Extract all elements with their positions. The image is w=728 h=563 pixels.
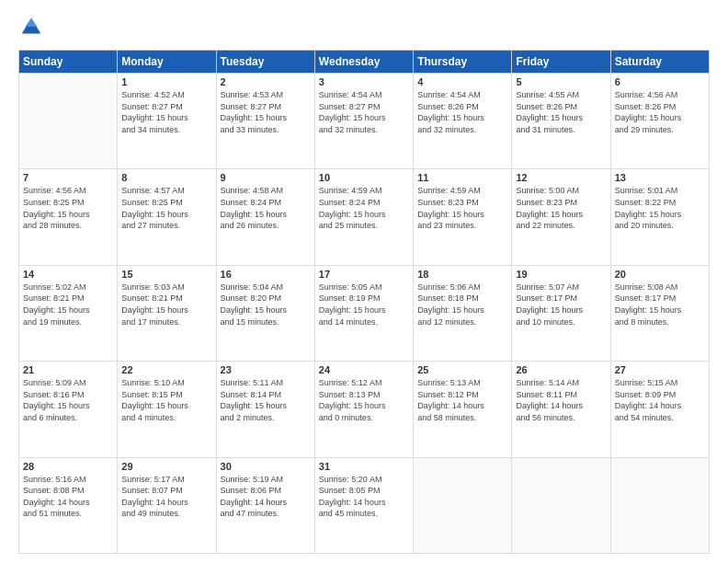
- day-info: Sunrise: 5:11 AM Sunset: 8:14 PM Dayligh…: [221, 377, 311, 423]
- day-number: 18: [417, 269, 507, 280]
- day-info: Sunrise: 4:59 AM Sunset: 8:23 PM Dayligh…: [417, 185, 507, 231]
- day-info: Sunrise: 5:05 AM Sunset: 8:19 PM Dayligh…: [319, 282, 409, 327]
- day-of-week-header: Friday: [512, 51, 610, 74]
- day-number: 13: [615, 172, 705, 183]
- calendar-header-row: SundayMondayTuesdayWednesdayThursdayFrid…: [19, 51, 710, 74]
- calendar-cell: 31Sunrise: 5:20 AM Sunset: 8:05 PM Dayli…: [314, 457, 413, 553]
- day-of-week-header: Monday: [118, 51, 216, 74]
- day-info: Sunrise: 5:12 AM Sunset: 8:13 PM Dayligh…: [319, 377, 409, 423]
- header: [18, 15, 710, 40]
- calendar-week-row: 21Sunrise: 5:09 AM Sunset: 8:16 PM Dayli…: [19, 362, 710, 457]
- calendar-week-row: 28Sunrise: 5:16 AM Sunset: 8:08 PM Dayli…: [19, 457, 710, 553]
- day-info: Sunrise: 5:01 AM Sunset: 8:22 PM Dayligh…: [615, 185, 705, 231]
- calendar-cell: [610, 457, 709, 553]
- day-info: Sunrise: 5:15 AM Sunset: 8:09 PM Dayligh…: [615, 377, 705, 423]
- calendar-cell: 30Sunrise: 5:19 AM Sunset: 8:06 PM Dayli…: [216, 457, 314, 553]
- day-number: 6: [615, 76, 705, 87]
- day-info: Sunrise: 4:54 AM Sunset: 8:26 PM Dayligh…: [417, 89, 507, 135]
- calendar-cell: 6Sunrise: 4:56 AM Sunset: 8:26 PM Daylig…: [610, 74, 709, 169]
- day-number: 24: [319, 364, 409, 375]
- day-number: 27: [615, 364, 705, 375]
- day-of-week-header: Tuesday: [216, 51, 314, 74]
- day-info: Sunrise: 4:55 AM Sunset: 8:26 PM Dayligh…: [516, 89, 606, 135]
- day-of-week-header: Wednesday: [314, 51, 413, 74]
- calendar-cell: 1Sunrise: 4:52 AM Sunset: 8:27 PM Daylig…: [118, 74, 216, 169]
- day-number: 1: [121, 76, 211, 87]
- day-info: Sunrise: 4:54 AM Sunset: 8:27 PM Dayligh…: [319, 89, 409, 135]
- day-number: 14: [23, 269, 113, 280]
- day-info: Sunrise: 5:16 AM Sunset: 8:08 PM Dayligh…: [23, 474, 113, 520]
- calendar-cell: 22Sunrise: 5:10 AM Sunset: 8:15 PM Dayli…: [118, 362, 216, 457]
- calendar-week-row: 14Sunrise: 5:02 AM Sunset: 8:21 PM Dayli…: [19, 265, 710, 361]
- day-number: 8: [121, 172, 211, 183]
- day-info: Sunrise: 4:59 AM Sunset: 8:24 PM Dayligh…: [319, 185, 409, 231]
- day-info: Sunrise: 5:07 AM Sunset: 8:17 PM Dayligh…: [516, 282, 606, 327]
- calendar-cell: 14Sunrise: 5:02 AM Sunset: 8:21 PM Dayli…: [19, 265, 118, 361]
- calendar-cell: 19Sunrise: 5:07 AM Sunset: 8:17 PM Dayli…: [512, 265, 610, 361]
- calendar-cell: [414, 457, 512, 553]
- logo: [18, 15, 48, 40]
- calendar-cell: 27Sunrise: 5:15 AM Sunset: 8:09 PM Dayli…: [610, 362, 709, 457]
- day-info: Sunrise: 4:56 AM Sunset: 8:26 PM Dayligh…: [615, 89, 705, 135]
- day-number: 19: [516, 269, 606, 280]
- day-info: Sunrise: 5:03 AM Sunset: 8:21 PM Dayligh…: [121, 282, 211, 327]
- calendar-cell: 11Sunrise: 4:59 AM Sunset: 8:23 PM Dayli…: [414, 169, 512, 265]
- day-info: Sunrise: 4:57 AM Sunset: 8:25 PM Dayligh…: [121, 185, 211, 231]
- day-info: Sunrise: 5:00 AM Sunset: 8:23 PM Dayligh…: [516, 185, 606, 231]
- calendar-cell: 9Sunrise: 4:58 AM Sunset: 8:24 PM Daylig…: [216, 169, 314, 265]
- day-of-week-header: Sunday: [19, 51, 118, 74]
- day-info: Sunrise: 4:52 AM Sunset: 8:27 PM Dayligh…: [121, 89, 211, 135]
- calendar-cell: 10Sunrise: 4:59 AM Sunset: 8:24 PM Dayli…: [314, 169, 413, 265]
- calendar-cell: 21Sunrise: 5:09 AM Sunset: 8:16 PM Dayli…: [19, 362, 118, 457]
- calendar-cell: 3Sunrise: 4:54 AM Sunset: 8:27 PM Daylig…: [314, 74, 413, 169]
- day-number: 29: [121, 461, 211, 472]
- day-of-week-header: Thursday: [414, 51, 512, 74]
- day-info: Sunrise: 4:53 AM Sunset: 8:27 PM Dayligh…: [221, 89, 311, 135]
- logo-icon: [18, 15, 44, 40]
- calendar-cell: 17Sunrise: 5:05 AM Sunset: 8:19 PM Dayli…: [314, 265, 413, 361]
- calendar-cell: 12Sunrise: 5:00 AM Sunset: 8:23 PM Dayli…: [512, 169, 610, 265]
- day-number: 9: [221, 172, 311, 183]
- day-info: Sunrise: 5:13 AM Sunset: 8:12 PM Dayligh…: [417, 377, 507, 423]
- calendar: SundayMondayTuesdayWednesdayThursdayFrid…: [18, 50, 710, 554]
- calendar-cell: 8Sunrise: 4:57 AM Sunset: 8:25 PM Daylig…: [118, 169, 216, 265]
- calendar-cell: 23Sunrise: 5:11 AM Sunset: 8:14 PM Dayli…: [216, 362, 314, 457]
- day-number: 17: [319, 269, 409, 280]
- calendar-cell: 16Sunrise: 5:04 AM Sunset: 8:20 PM Dayli…: [216, 265, 314, 361]
- day-info: Sunrise: 4:56 AM Sunset: 8:25 PM Dayligh…: [23, 185, 113, 231]
- day-number: 20: [615, 269, 705, 280]
- calendar-week-row: 1Sunrise: 4:52 AM Sunset: 8:27 PM Daylig…: [19, 74, 710, 169]
- day-number: 10: [319, 172, 409, 183]
- day-info: Sunrise: 5:06 AM Sunset: 8:18 PM Dayligh…: [417, 282, 507, 327]
- calendar-cell: 29Sunrise: 5:17 AM Sunset: 8:07 PM Dayli…: [118, 457, 216, 553]
- day-number: 3: [319, 76, 409, 87]
- calendar-cell: 25Sunrise: 5:13 AM Sunset: 8:12 PM Dayli…: [414, 362, 512, 457]
- calendar-week-row: 7Sunrise: 4:56 AM Sunset: 8:25 PM Daylig…: [19, 169, 710, 265]
- calendar-cell: 4Sunrise: 4:54 AM Sunset: 8:26 PM Daylig…: [414, 74, 512, 169]
- day-info: Sunrise: 5:19 AM Sunset: 8:06 PM Dayligh…: [221, 474, 311, 520]
- day-info: Sunrise: 5:02 AM Sunset: 8:21 PM Dayligh…: [23, 282, 113, 327]
- day-number: 7: [23, 172, 113, 183]
- calendar-cell: 7Sunrise: 4:56 AM Sunset: 8:25 PM Daylig…: [19, 169, 118, 265]
- day-info: Sunrise: 5:17 AM Sunset: 8:07 PM Dayligh…: [121, 474, 211, 520]
- day-number: 25: [417, 364, 507, 375]
- day-info: Sunrise: 5:20 AM Sunset: 8:05 PM Dayligh…: [319, 474, 409, 520]
- day-number: 31: [319, 461, 409, 472]
- day-number: 21: [23, 364, 113, 375]
- calendar-cell: 24Sunrise: 5:12 AM Sunset: 8:13 PM Dayli…: [314, 362, 413, 457]
- day-number: 16: [221, 269, 311, 280]
- day-number: 30: [221, 461, 311, 472]
- day-number: 15: [121, 269, 211, 280]
- day-info: Sunrise: 5:04 AM Sunset: 8:20 PM Dayligh…: [221, 282, 311, 327]
- day-number: 28: [23, 461, 113, 472]
- day-number: 5: [516, 76, 606, 87]
- day-info: Sunrise: 5:08 AM Sunset: 8:17 PM Dayligh…: [615, 282, 705, 327]
- day-of-week-header: Saturday: [610, 51, 709, 74]
- day-number: 26: [516, 364, 606, 375]
- svg-marker-1: [25, 18, 37, 27]
- day-info: Sunrise: 5:09 AM Sunset: 8:16 PM Dayligh…: [23, 377, 113, 423]
- day-info: Sunrise: 5:14 AM Sunset: 8:11 PM Dayligh…: [516, 377, 606, 423]
- day-info: Sunrise: 5:10 AM Sunset: 8:15 PM Dayligh…: [121, 377, 211, 423]
- calendar-cell: 5Sunrise: 4:55 AM Sunset: 8:26 PM Daylig…: [512, 74, 610, 169]
- calendar-cell: 18Sunrise: 5:06 AM Sunset: 8:18 PM Dayli…: [414, 265, 512, 361]
